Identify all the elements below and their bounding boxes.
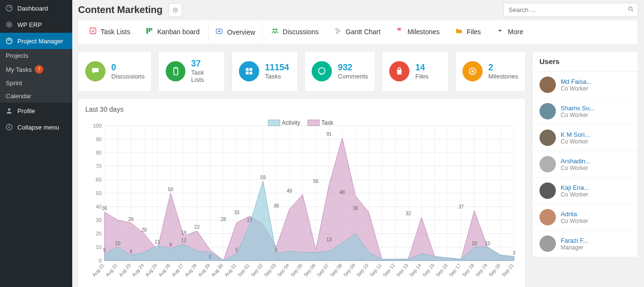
tab-label: Kanban board — [157, 28, 199, 36]
users-panel-title: Users — [533, 52, 638, 72]
svg-text:Sep 04: Sep 04 — [276, 262, 290, 278]
stat-label: Tasks — [265, 73, 289, 80]
tab-gantt-chart[interactable]: Gantt Chart — [328, 20, 387, 44]
svg-point-9 — [629, 7, 632, 10]
sidebar-item-profile[interactable]: Profile — [0, 103, 72, 119]
svg-text:Sep 06: Sep 06 — [302, 262, 316, 278]
overview-icon — [215, 27, 223, 37]
svg-text:Sep 16: Sep 16 — [435, 262, 449, 278]
svg-text:Sep 02: Sep 02 — [250, 262, 264, 278]
sidebar-item-wperp[interactable]: WP ERP — [0, 16, 72, 33]
svg-rect-19 — [335, 28, 339, 29]
project-manager-icon — [5, 37, 13, 45]
user-role: Co Worker — [561, 112, 595, 118]
target-icon — [462, 61, 483, 81]
stat-label: Files — [415, 73, 428, 80]
tab-more[interactable]: More — [489, 20, 530, 44]
svg-text:11: 11 — [155, 239, 160, 245]
stat-card-files[interactable]: 14 Files — [382, 51, 448, 91]
search-box — [503, 3, 638, 17]
sidebar-item-dashboard[interactable]: Dashboard — [0, 0, 72, 16]
search-input[interactable] — [503, 3, 638, 17]
sidebar-subitem[interactable]: Calendar — [0, 90, 72, 103]
tab-discussions[interactable]: Discussions — [264, 20, 326, 44]
user-row[interactable]: Adrita Co Worker — [533, 204, 638, 231]
svg-point-28 — [319, 68, 325, 74]
stat-label: Discussions — [111, 73, 145, 80]
gear-ring-icon — [5, 20, 13, 29]
svg-rect-25 — [250, 68, 252, 71]
user-role: Co Worker — [561, 165, 591, 171]
svg-text:30: 30 — [96, 217, 102, 223]
svg-rect-14 — [151, 28, 153, 30]
stat-value: 37 — [191, 59, 218, 68]
svg-text:28: 28 — [128, 217, 134, 222]
user-row[interactable]: Farazi F... Manager — [533, 231, 638, 257]
user-row[interactable]: K M Sori... Co Worker — [533, 125, 638, 151]
svg-text:10: 10 — [96, 244, 102, 250]
svg-rect-23 — [174, 67, 177, 69]
stat-card-discussions[interactable]: 0 Discussions — [78, 51, 152, 91]
user-row[interactable]: Kaji Ena... Co Worker — [533, 178, 638, 204]
user-icon — [5, 106, 13, 115]
svg-text:13: 13 — [327, 237, 332, 242]
svg-text:Sep 13: Sep 13 — [395, 262, 409, 278]
sidebar-item-project-manager[interactable]: Project Manager — [0, 33, 72, 49]
svg-text:Sep 09: Sep 09 — [342, 262, 356, 278]
svg-text:Sep 21: Sep 21 — [501, 262, 515, 278]
sidebar-item-label: Dashboard — [17, 5, 48, 12]
tab-milestones[interactable]: Milestones — [389, 20, 447, 44]
clipboard-icon — [166, 61, 185, 81]
stat-card-tasks[interactable]: 11154 Tasks — [232, 51, 298, 91]
svg-text:Task: Task — [321, 119, 334, 126]
svg-text:Aug 29: Aug 29 — [197, 262, 211, 278]
svg-text:4: 4 — [130, 249, 132, 254]
user-role: Manager — [561, 244, 588, 251]
svg-text:36: 36 — [102, 206, 107, 211]
tab-files[interactable]: Files — [448, 20, 488, 44]
svg-text:50: 50 — [168, 187, 174, 192]
avatar — [539, 130, 556, 146]
svg-text:100: 100 — [93, 123, 102, 129]
sidebar-subitem[interactable]: My Tasks7 — [0, 62, 72, 77]
avatar — [539, 183, 556, 199]
svg-text:Sep 15: Sep 15 — [421, 262, 435, 278]
sidebar-subitem[interactable]: Sprint — [0, 77, 72, 90]
search-icon[interactable] — [628, 6, 634, 14]
sidebar-subitem[interactable]: Projects — [0, 49, 72, 62]
stat-card-task-lists[interactable]: 37 Task Lists — [158, 51, 225, 91]
user-role: Co Worker — [561, 191, 589, 198]
stat-card-milestones[interactable]: 2 Milestones — [455, 51, 526, 91]
tab-task-lists[interactable]: Task Lists — [82, 20, 137, 44]
sidebar-item-collapse[interactable]: Collapse menu — [0, 119, 72, 135]
svg-text:40: 40 — [96, 204, 102, 209]
user-name: Md Faisa... — [561, 78, 591, 85]
svg-text:Sep 18: Sep 18 — [461, 262, 475, 278]
sidebar-subitem-label: Calendar — [6, 92, 31, 100]
user-row[interactable]: Shams Su... Co Worker — [533, 98, 638, 125]
gantt-icon — [334, 27, 342, 36]
stat-card-comments[interactable]: 932 Comments — [304, 51, 375, 91]
page-title: Content Marketing — [78, 4, 163, 15]
svg-text:37: 37 — [459, 204, 464, 209]
tab-label: Files — [467, 28, 481, 36]
svg-text:10: 10 — [472, 241, 477, 246]
user-row[interactable]: Arshadin... Co Worker — [533, 151, 638, 178]
user-row[interactable]: Md Faisa... Co Worker — [533, 72, 638, 98]
title-action-button[interactable] — [169, 3, 182, 17]
grid-icon — [239, 61, 259, 81]
svg-text:56: 56 — [313, 179, 319, 184]
svg-text:Sep 19: Sep 19 — [474, 262, 488, 278]
avatar — [539, 235, 556, 252]
stat-label: Task Lists — [191, 69, 218, 83]
svg-text:Aug 24: Aug 24 — [131, 262, 145, 278]
tab-overview[interactable]: Overview — [208, 21, 262, 44]
caret-icon — [496, 27, 504, 36]
tab-kanban-board[interactable]: Kanban board — [139, 20, 206, 44]
svg-text:5: 5 — [275, 248, 278, 253]
user-name: Farazi F... — [561, 237, 588, 244]
svg-text:90: 90 — [96, 136, 102, 142]
svg-text:36: 36 — [353, 206, 358, 211]
svg-text:48: 48 — [340, 190, 345, 195]
svg-rect-24 — [246, 68, 249, 71]
